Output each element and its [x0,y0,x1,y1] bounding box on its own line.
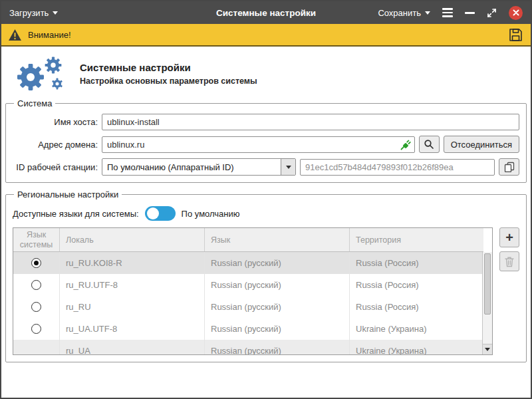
locales-table: Язык системы Локаль Язык Территория ru_R… [13,227,493,355]
table-row[interactable]: ru_RU.KOI8-R Russian (русский) Russia (Р… [13,252,483,274]
menu-button[interactable] [442,8,453,17]
plus-icon: + [505,231,513,244]
disconnect-button[interactable]: Отсоединиться [444,136,519,153]
page-header: Системные настройки Настройка основных п… [1,47,531,98]
scrollbar-down-button[interactable] [483,344,492,354]
territory-cell: Russia (Россия) [350,274,483,296]
hostname-label: Имя хоста: [13,117,98,127]
empty-area [1,369,531,398]
territory-cell: Ukraine (Украина) [350,318,483,340]
close-button[interactable] [509,6,523,20]
system-language-radio[interactable] [31,324,41,334]
languages-label: Доступные языки для системы: [13,209,139,219]
hamburger-icon [442,8,453,10]
locales-table-area: Язык системы Локаль Язык Территория ru_R… [13,227,519,355]
column-header-language: Язык [205,228,350,251]
save-button-label: Сохранить [378,8,421,18]
system-section: Система Имя хоста: Адрес домена: [5,98,527,183]
default-language-toggle[interactable] [145,206,176,221]
warning-bar: Внимание! [1,24,531,47]
station-id-value-field[interactable] [300,159,495,176]
warning-icon [8,29,22,41]
trash-icon [504,256,515,267]
maximize-button[interactable] [487,8,497,18]
language-cell: Russian (русский) [205,252,350,274]
system-language-radio[interactable] [31,258,41,268]
domain-row: Адрес домена: Отсоединиться [13,136,519,153]
table-row[interactable]: ru_UA.UTF-8 Russian (русский) Ukraine (У… [13,318,483,340]
table-row[interactable]: ru_RU.UTF-8 Russian (русский) Russia (Ро… [13,274,483,296]
locale-cell: ru_UA.UTF-8 [60,318,205,340]
domain-input[interactable] [102,136,415,153]
page-title: Системные настройки [80,62,257,73]
language-cell: Russian (русский) [205,318,350,340]
floppy-disk-icon [509,28,523,42]
copy-icon [504,162,515,172]
window-title: Системные настройки [216,8,316,18]
languages-toggle-row: Доступные языки для системы: По умолчани… [13,206,519,221]
territory-cell: Russia (Россия) [350,252,483,274]
table-row[interactable]: ru_UA Russian (русский) Ukraine (Украина… [13,340,483,355]
column-header-territory: Территория [350,228,483,251]
delete-language-button[interactable] [499,251,519,271]
domain-label: Адрес домена: [13,140,98,150]
toggle-knob [147,207,159,219]
save-file-button[interactable] [507,27,524,43]
toggle-label: По умолчанию [182,209,240,219]
column-header-locale: Локаль [60,228,205,251]
system-section-legend: Система [14,98,55,108]
page-subtitle: Настройка основных параметров системы [80,76,257,86]
warning-text: Внимание! [28,30,71,40]
hostname-row: Имя хоста: [13,114,519,130]
language-cell: Russian (русский) [205,340,350,355]
locale-cell: ru_RU.UTF-8 [60,274,205,296]
locale-cell: ru_UA [60,340,205,355]
hostname-input[interactable] [102,114,519,130]
territory-cell: Ukraine (Украина) [350,340,483,355]
add-language-button[interactable]: + [499,227,519,247]
vertical-scrollbar[interactable] [482,252,492,354]
combo-dropdown-button[interactable] [281,159,295,175]
language-cell: Russian (русский) [205,274,350,296]
chevron-down-icon [53,11,58,15]
chevron-down-icon [425,11,430,15]
territory-cell: Russia (Россия) [350,296,483,318]
copy-id-button[interactable] [499,158,519,176]
chevron-down-icon [286,166,291,169]
titlebar: Загрузить Системные настройки Сохранить [1,1,531,24]
system-settings-window: Загрузить Системные настройки Сохранить [0,0,532,399]
locale-cell: ru_RU.KOI8-R [60,252,205,274]
station-id-selected-option: По умолчанию (Аппаратный ID) [102,162,281,172]
save-button[interactable]: Сохранить [378,8,430,18]
regional-section-legend: Региональные настройки [14,190,122,200]
column-header-system-language: Язык системы [13,228,60,251]
system-language-radio[interactable] [31,302,41,312]
table-actions: + [499,227,519,271]
load-button-label: Загрузить [9,8,49,18]
minimize-button[interactable] [465,12,475,14]
search-domain-button[interactable] [419,136,440,153]
chevron-down-icon [485,348,490,351]
table-header: Язык системы Локаль Язык Территория [13,228,483,252]
expand-arrows-icon [487,8,497,18]
gears-icon [11,55,69,93]
locale-cell: ru_RU [60,296,205,318]
station-id-select[interactable]: По умолчанию (Аппаратный ID) [102,158,296,176]
system-language-radio[interactable] [31,280,41,290]
language-cell: Russian (русский) [205,296,350,318]
station-id-label: ID рабочей станции: [13,162,98,172]
close-icon [513,9,519,16]
station-id-row: ID рабочей станции: По умолчанию (Аппара… [13,158,519,176]
scrollbar-thumb[interactable] [484,253,491,315]
load-button[interactable]: Загрузить [9,8,58,18]
regional-section: Региональные настройки Доступные языки д… [5,190,527,362]
table-row[interactable]: ru_RU Russian (русский) Russia (Россия) [13,296,483,318]
search-icon [424,139,434,150]
